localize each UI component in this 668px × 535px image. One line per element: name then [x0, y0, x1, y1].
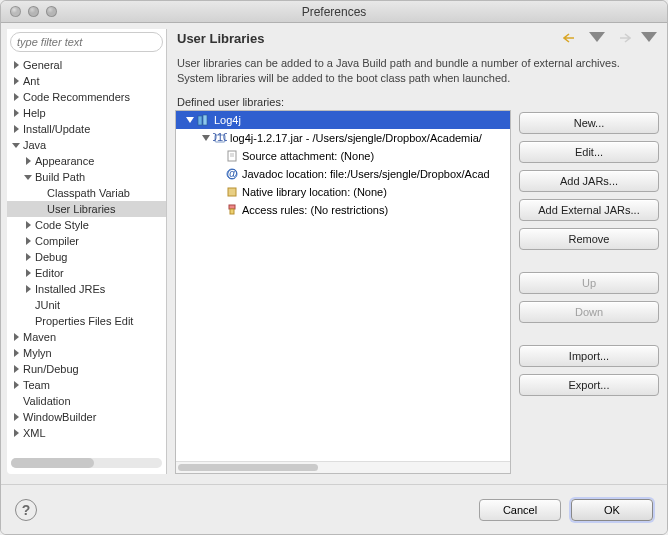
jar-label: log4j-1.2.17.jar - /Users/sjengle/Dropbo… — [230, 132, 482, 144]
cancel-button[interactable]: Cancel — [479, 499, 561, 521]
sidebar-item-code-recommenders[interactable]: Code Recommenders — [7, 89, 166, 105]
sidebar-item-compiler[interactable]: Compiler — [7, 233, 166, 249]
library-row[interactable]: Log4j — [176, 111, 510, 129]
chevron-right-icon[interactable] — [11, 364, 21, 374]
sidebar-item-label: Compiler — [35, 235, 79, 247]
sidebar-item-team[interactable]: Team — [7, 377, 166, 393]
sidebar-item-classpath-variab[interactable]: Classpath Variab — [7, 185, 166, 201]
user-libraries-list[interactable]: Log4j 010 log4j-1.2.17.jar - /Users/sjen… — [175, 110, 511, 474]
source-attachment-row[interactable]: Source attachment: (None) — [176, 147, 510, 165]
sidebar-item-label: Run/Debug — [23, 363, 79, 375]
chevron-right-icon[interactable] — [11, 108, 21, 118]
export-button[interactable]: Export... — [519, 374, 659, 396]
sidebar-item-xml[interactable]: XML — [7, 425, 166, 441]
add-external-jars-button[interactable]: Add External JARs... — [519, 199, 659, 221]
sidebar-item-junit[interactable]: JUnit — [7, 297, 166, 313]
sidebar-item-validation[interactable]: Validation — [7, 393, 166, 409]
chevron-right-icon[interactable] — [11, 76, 21, 86]
chevron-down-icon[interactable] — [11, 140, 21, 150]
chevron-right-icon[interactable] — [23, 236, 33, 246]
chevron-right-icon[interactable] — [11, 380, 21, 390]
new-button[interactable]: New... — [519, 112, 659, 134]
filter-input[interactable] — [10, 32, 163, 52]
sidebar-item-label: Install/Update — [23, 123, 90, 135]
access-icon — [224, 203, 240, 217]
remove-button[interactable]: Remove — [519, 228, 659, 250]
jar-icon: 010 — [212, 131, 228, 145]
sidebar-item-editor[interactable]: Editor — [7, 265, 166, 281]
sidebar-item-appearance[interactable]: Appearance — [7, 153, 166, 169]
sidebar-item-install-update[interactable]: Install/Update — [7, 121, 166, 137]
chevron-right-icon[interactable] — [11, 124, 21, 134]
sidebar-item-windowbuilder[interactable]: WindowBuilder — [7, 409, 166, 425]
up-button: Up — [519, 272, 659, 294]
file-icon — [224, 149, 240, 163]
access-row[interactable]: Access rules: (No restrictions) — [176, 201, 510, 219]
sidebar-scrollbar[interactable] — [11, 458, 162, 468]
sidebar-item-user-libraries[interactable]: User Libraries — [7, 201, 166, 217]
sidebar-item-debug[interactable]: Debug — [7, 249, 166, 265]
sidebar-item-java[interactable]: Java — [7, 137, 166, 153]
sidebar-item-label: Java — [23, 139, 46, 151]
sidebar: GeneralAntCode RecommendersHelpInstall/U… — [7, 29, 167, 474]
chevron-right-icon[interactable] — [11, 92, 21, 102]
sidebar-item-run-debug[interactable]: Run/Debug — [7, 361, 166, 377]
sidebar-item-label: Maven — [23, 331, 56, 343]
sidebar-item-label: Installed JREs — [35, 283, 105, 295]
edit-button[interactable]: Edit... — [519, 141, 659, 163]
access-label: Access rules: (No restrictions) — [242, 204, 388, 216]
sidebar-item-maven[interactable]: Maven — [7, 329, 166, 345]
list-scrollbar[interactable] — [176, 461, 510, 473]
sidebar-item-build-path[interactable]: Build Path — [7, 169, 166, 185]
chevron-right-icon[interactable] — [11, 412, 21, 422]
chevron-down-icon[interactable] — [200, 134, 212, 142]
sidebar-item-mylyn[interactable]: Mylyn — [7, 345, 166, 361]
sidebar-item-code-style[interactable]: Code Style — [7, 217, 166, 233]
native-icon — [224, 185, 240, 199]
chevron-right-icon[interactable] — [11, 60, 21, 70]
button-column: New... Edit... Add JARs... Add External … — [519, 110, 659, 474]
back-menu-icon[interactable] — [589, 32, 605, 46]
down-button: Down — [519, 301, 659, 323]
arrow-spacer — [35, 204, 45, 214]
chevron-right-icon[interactable] — [23, 220, 33, 230]
defined-label: Defined user libraries: — [175, 92, 659, 110]
sidebar-item-ant[interactable]: Ant — [7, 73, 166, 89]
native-row[interactable]: Native library location: (None) — [176, 183, 510, 201]
help-icon[interactable]: ? — [15, 499, 37, 521]
back-icon[interactable] — [563, 32, 579, 46]
add-jars-button[interactable]: Add JARs... — [519, 170, 659, 192]
javadoc-row[interactable]: @ Javadoc location: file:/Users/sjengle/… — [176, 165, 510, 183]
svg-rect-9 — [228, 188, 236, 196]
panel-description: User libraries can be added to a Java Bu… — [175, 52, 659, 92]
import-button[interactable]: Import... — [519, 345, 659, 367]
sidebar-item-label: Appearance — [35, 155, 94, 167]
chevron-right-icon[interactable] — [23, 156, 33, 166]
window-title: Preferences — [1, 5, 667, 19]
ok-button[interactable]: OK — [571, 499, 653, 521]
chevron-right-icon[interactable] — [11, 428, 21, 438]
chevron-right-icon[interactable] — [11, 348, 21, 358]
chevron-right-icon[interactable] — [23, 252, 33, 262]
sidebar-item-label: Code Style — [35, 219, 89, 231]
chevron-down-icon[interactable] — [184, 116, 196, 124]
sidebar-item-general[interactable]: General — [7, 57, 166, 73]
javadoc-icon: @ — [224, 167, 240, 181]
main-panel: User Libraries User libraries can be add… — [167, 23, 667, 484]
chevron-right-icon[interactable] — [11, 332, 21, 342]
javadoc-label: Javadoc location: file:/Users/sjengle/Dr… — [242, 168, 490, 180]
jar-row[interactable]: 010 log4j-1.2.17.jar - /Users/sjengle/Dr… — [176, 129, 510, 147]
sidebar-item-installed-jres[interactable]: Installed JREs — [7, 281, 166, 297]
forward-menu-icon[interactable] — [641, 32, 657, 46]
filter-container — [10, 32, 163, 52]
svg-rect-1 — [203, 115, 207, 125]
chevron-right-icon[interactable] — [23, 268, 33, 278]
svg-text:@: @ — [227, 168, 238, 179]
chevron-right-icon[interactable] — [23, 284, 33, 294]
preferences-tree[interactable]: GeneralAntCode RecommendersHelpInstall/U… — [7, 55, 166, 455]
sidebar-item-help[interactable]: Help — [7, 105, 166, 121]
forward-icon — [615, 32, 631, 46]
sidebar-item-label: Code Recommenders — [23, 91, 130, 103]
sidebar-item-properties-files-edit[interactable]: Properties Files Edit — [7, 313, 166, 329]
chevron-down-icon[interactable] — [23, 172, 33, 182]
